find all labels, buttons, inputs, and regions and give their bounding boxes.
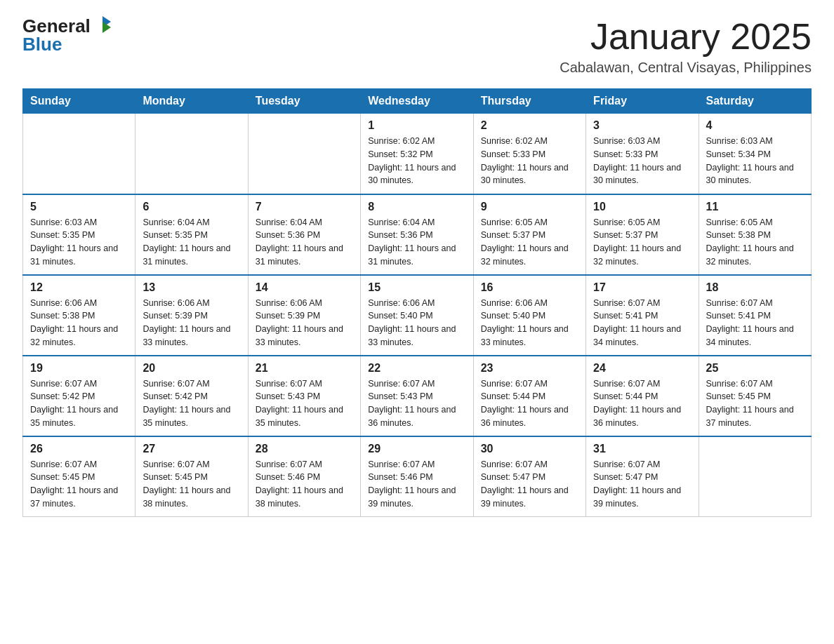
day-number: 25 <box>706 362 804 375</box>
day-cell: 18Sunrise: 6:07 AM Sunset: 5:41 PM Dayli… <box>699 275 811 356</box>
day-cell: 6Sunrise: 6:04 AM Sunset: 5:35 PM Daylig… <box>135 194 248 275</box>
day-cell <box>23 114 135 194</box>
day-cell: 23Sunrise: 6:07 AM Sunset: 5:44 PM Dayli… <box>473 356 585 436</box>
day-number: 20 <box>143 362 240 375</box>
day-cell: 15Sunrise: 6:06 AM Sunset: 5:40 PM Dayli… <box>361 275 473 356</box>
day-cell: 10Sunrise: 6:05 AM Sunset: 5:37 PM Dayli… <box>586 194 699 275</box>
logo-flag-icon <box>93 15 112 34</box>
day-number: 23 <box>481 362 578 375</box>
day-info: Sunrise: 6:07 AM Sunset: 5:44 PM Dayligh… <box>481 377 578 430</box>
day-info: Sunrise: 6:07 AM Sunset: 5:47 PM Dayligh… <box>481 458 578 511</box>
day-cell: 28Sunrise: 6:07 AM Sunset: 5:46 PM Dayli… <box>248 436 360 517</box>
day-number: 11 <box>706 201 804 213</box>
day-info: Sunrise: 6:05 AM Sunset: 5:37 PM Dayligh… <box>481 216 578 269</box>
day-info: Sunrise: 6:06 AM Sunset: 5:40 PM Dayligh… <box>481 297 578 349</box>
day-info: Sunrise: 6:07 AM Sunset: 5:42 PM Dayligh… <box>143 377 240 430</box>
day-number: 18 <box>706 281 804 294</box>
day-info: Sunrise: 6:07 AM Sunset: 5:47 PM Dayligh… <box>593 458 691 511</box>
day-cell: 13Sunrise: 6:06 AM Sunset: 5:39 PM Dayli… <box>135 275 248 356</box>
header-sunday: Sunday <box>23 89 135 114</box>
day-number: 30 <box>481 443 578 455</box>
day-cell: 12Sunrise: 6:06 AM Sunset: 5:38 PM Dayli… <box>23 275 135 356</box>
day-cell: 17Sunrise: 6:07 AM Sunset: 5:41 PM Dayli… <box>586 275 699 356</box>
day-number: 12 <box>30 281 128 294</box>
day-info: Sunrise: 6:06 AM Sunset: 5:38 PM Dayligh… <box>30 297 128 349</box>
day-info: Sunrise: 6:07 AM Sunset: 5:45 PM Dayligh… <box>30 458 128 511</box>
header-tuesday: Tuesday <box>248 89 360 114</box>
header-monday: Monday <box>135 89 248 114</box>
day-cell: 31Sunrise: 6:07 AM Sunset: 5:47 PM Dayli… <box>586 436 699 517</box>
day-number: 9 <box>481 201 578 213</box>
day-number: 8 <box>368 201 465 213</box>
day-number: 5 <box>30 201 128 213</box>
day-number: 17 <box>593 281 691 294</box>
day-number: 29 <box>368 443 465 455</box>
day-info: Sunrise: 6:04 AM Sunset: 5:36 PM Dayligh… <box>256 216 353 269</box>
day-info: Sunrise: 6:07 AM Sunset: 5:43 PM Dayligh… <box>368 377 465 430</box>
day-info: Sunrise: 6:04 AM Sunset: 5:36 PM Dayligh… <box>368 216 465 269</box>
day-number: 14 <box>256 281 353 294</box>
day-cell: 24Sunrise: 6:07 AM Sunset: 5:44 PM Dayli… <box>586 356 699 436</box>
day-info: Sunrise: 6:07 AM Sunset: 5:44 PM Dayligh… <box>593 377 691 430</box>
day-info: Sunrise: 6:02 AM Sunset: 5:32 PM Dayligh… <box>368 135 465 187</box>
day-number: 28 <box>256 443 353 455</box>
day-info: Sunrise: 6:06 AM Sunset: 5:39 PM Dayligh… <box>143 297 240 349</box>
week-row-4: 26Sunrise: 6:07 AM Sunset: 5:45 PM Dayli… <box>23 436 812 517</box>
day-cell: 7Sunrise: 6:04 AM Sunset: 5:36 PM Daylig… <box>248 194 360 275</box>
title-block: January 2025 Cabalawan, Central Visayas,… <box>560 17 812 76</box>
day-cell: 16Sunrise: 6:06 AM Sunset: 5:40 PM Dayli… <box>473 275 585 356</box>
page-header: General Blue January 2025 Cabalawan, Cen… <box>22 17 812 76</box>
day-number: 26 <box>30 443 128 455</box>
day-cell: 9Sunrise: 6:05 AM Sunset: 5:37 PM Daylig… <box>473 194 585 275</box>
day-number: 15 <box>368 281 465 294</box>
day-number: 22 <box>368 362 465 375</box>
day-cell <box>699 436 811 517</box>
day-cell: 25Sunrise: 6:07 AM Sunset: 5:45 PM Dayli… <box>699 356 811 436</box>
day-cell: 22Sunrise: 6:07 AM Sunset: 5:43 PM Dayli… <box>361 356 473 436</box>
day-number: 19 <box>30 362 128 375</box>
day-info: Sunrise: 6:05 AM Sunset: 5:38 PM Dayligh… <box>706 216 804 269</box>
day-number: 27 <box>143 443 240 455</box>
day-info: Sunrise: 6:06 AM Sunset: 5:40 PM Dayligh… <box>368 297 465 349</box>
day-info: Sunrise: 6:04 AM Sunset: 5:35 PM Dayligh… <box>143 216 240 269</box>
day-number: 13 <box>143 281 240 294</box>
day-info: Sunrise: 6:07 AM Sunset: 5:43 PM Dayligh… <box>256 377 353 430</box>
day-number: 4 <box>706 119 804 132</box>
calendar-table: SundayMondayTuesdayWednesdayThursdayFrid… <box>22 88 812 517</box>
day-number: 2 <box>481 119 578 132</box>
day-cell: 8Sunrise: 6:04 AM Sunset: 5:36 PM Daylig… <box>361 194 473 275</box>
day-cell: 14Sunrise: 6:06 AM Sunset: 5:39 PM Dayli… <box>248 275 360 356</box>
day-info: Sunrise: 6:07 AM Sunset: 5:41 PM Dayligh… <box>706 297 804 349</box>
day-cell: 3Sunrise: 6:03 AM Sunset: 5:33 PM Daylig… <box>586 114 699 194</box>
day-info: Sunrise: 6:07 AM Sunset: 5:46 PM Dayligh… <box>256 458 353 511</box>
header-row: SundayMondayTuesdayWednesdayThursdayFrid… <box>23 89 812 114</box>
calendar-subtitle: Cabalawan, Central Visayas, Philippines <box>560 60 812 76</box>
day-cell <box>135 114 248 194</box>
day-number: 7 <box>256 201 353 213</box>
day-number: 3 <box>593 119 691 132</box>
day-number: 24 <box>593 362 691 375</box>
day-info: Sunrise: 6:07 AM Sunset: 5:46 PM Dayligh… <box>368 458 465 511</box>
week-row-3: 19Sunrise: 6:07 AM Sunset: 5:42 PM Dayli… <box>23 356 812 436</box>
day-number: 31 <box>593 443 691 455</box>
calendar-header: SundayMondayTuesdayWednesdayThursdayFrid… <box>23 89 812 114</box>
day-number: 10 <box>593 201 691 213</box>
day-cell <box>248 114 360 194</box>
day-info: Sunrise: 6:03 AM Sunset: 5:34 PM Dayligh… <box>706 135 804 187</box>
header-friday: Friday <box>586 89 699 114</box>
day-info: Sunrise: 6:07 AM Sunset: 5:41 PM Dayligh… <box>593 297 691 349</box>
day-info: Sunrise: 6:07 AM Sunset: 5:45 PM Dayligh… <box>706 377 804 430</box>
day-cell: 5Sunrise: 6:03 AM Sunset: 5:35 PM Daylig… <box>23 194 135 275</box>
day-cell: 11Sunrise: 6:05 AM Sunset: 5:38 PM Dayli… <box>699 194 811 275</box>
header-thursday: Thursday <box>473 89 585 114</box>
calendar-body: 1Sunrise: 6:02 AM Sunset: 5:32 PM Daylig… <box>23 114 812 517</box>
day-cell: 4Sunrise: 6:03 AM Sunset: 5:34 PM Daylig… <box>699 114 811 194</box>
logo-blue: Blue <box>22 35 149 53</box>
day-cell: 21Sunrise: 6:07 AM Sunset: 5:43 PM Dayli… <box>248 356 360 436</box>
day-cell: 2Sunrise: 6:02 AM Sunset: 5:33 PM Daylig… <box>473 114 585 194</box>
day-cell: 30Sunrise: 6:07 AM Sunset: 5:47 PM Dayli… <box>473 436 585 517</box>
day-number: 16 <box>481 281 578 294</box>
week-row-0: 1Sunrise: 6:02 AM Sunset: 5:32 PM Daylig… <box>23 114 812 194</box>
day-info: Sunrise: 6:05 AM Sunset: 5:37 PM Dayligh… <box>593 216 691 269</box>
logo: General Blue <box>22 17 149 53</box>
